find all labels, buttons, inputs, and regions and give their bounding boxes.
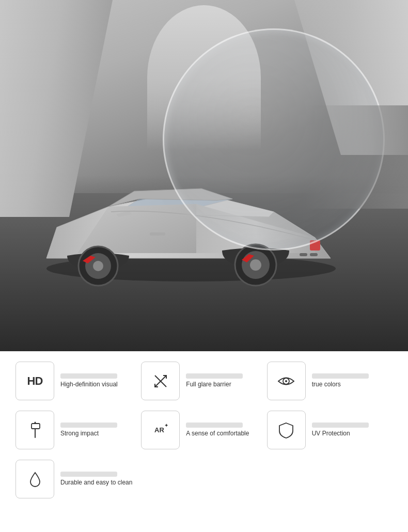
- impact-label-bar: [60, 423, 117, 428]
- uv-label-bar: [312, 423, 369, 428]
- features-row-3: Durable and easy to clean: [15, 460, 393, 498]
- svg-point-18: [34, 421, 36, 423]
- comfortable-label: A sense of comfortable: [186, 430, 249, 438]
- feature-uv-protection: UV Protection: [267, 411, 393, 449]
- motion-blur: [305, 105, 408, 209]
- hammer-icon-box: [15, 411, 54, 449]
- glare-text-block: Full glare barrier: [186, 373, 243, 389]
- svg-rect-8: [310, 240, 320, 251]
- clean-label-bar: [60, 472, 117, 477]
- clean-text-block: Durable and easy to clean: [60, 472, 132, 487]
- svg-rect-9: [300, 253, 307, 256]
- uv-label: UV Protection: [312, 430, 369, 438]
- center-arch: [147, 5, 261, 150]
- features-row-2: Strong impact AR ✦ A sense of comfortabl…: [15, 411, 393, 449]
- feature-strong-impact: Strong impact: [15, 411, 141, 449]
- hd-label: High-definition visual: [60, 381, 118, 389]
- glare-label: Full glare barrier: [186, 381, 243, 389]
- svg-point-4: [93, 261, 103, 271]
- ar-icon-box: AR ✦: [141, 411, 180, 449]
- features-row-1: HD High-definition visual Full glare bar…: [15, 362, 393, 400]
- hd-icon-box: HD: [15, 362, 54, 400]
- drop-icon: [25, 470, 45, 489]
- drop-icon-box: [15, 460, 54, 498]
- svg-point-14: [285, 380, 287, 382]
- hd-icon: HD: [27, 374, 43, 388]
- hero-image: [0, 0, 408, 351]
- true-colors-label: true colors: [312, 381, 369, 389]
- true-colors-label-bar: [312, 373, 369, 379]
- svg-text:✦: ✦: [164, 423, 168, 428]
- svg-rect-10: [310, 253, 318, 256]
- eye-icon: [276, 371, 296, 391]
- glare-icon-box: [141, 362, 180, 400]
- comfortable-label-bar: [186, 423, 243, 428]
- shield-icon: [276, 420, 296, 440]
- cross-arrows-icon: [151, 371, 170, 391]
- svg-point-7: [250, 259, 261, 271]
- ar-icon: AR ✦: [151, 420, 170, 440]
- feature-easy-clean: Durable and easy to clean: [15, 460, 145, 498]
- impact-label: Strong impact: [60, 430, 117, 438]
- feature-glare-barrier: Full glare barrier: [141, 362, 266, 400]
- hero-section: [0, 0, 408, 351]
- svg-text:AR: AR: [154, 426, 164, 434]
- feature-true-colors: true colors: [267, 362, 393, 400]
- features-section: HD High-definition visual Full glare bar…: [0, 351, 408, 519]
- impact-text-block: Strong impact: [60, 423, 117, 438]
- glare-label-bar: [186, 373, 243, 379]
- clean-label: Durable and easy to clean: [60, 479, 132, 487]
- hd-text-block: High-definition visual: [60, 373, 118, 389]
- feature-comfortable: AR ✦ A sense of comfortable: [141, 411, 266, 449]
- true-colors-text-block: true colors: [312, 373, 369, 389]
- svg-rect-15: [32, 424, 40, 429]
- eye-icon-box: [267, 362, 306, 400]
- shield-icon-box: [267, 411, 306, 449]
- feature-hd-visual: HD High-definition visual: [15, 362, 141, 400]
- comfortable-text-block: A sense of comfortable: [186, 423, 249, 438]
- svg-rect-1: [150, 232, 165, 236]
- hammer-icon: [25, 420, 45, 440]
- uv-text-block: UV Protection: [312, 423, 369, 438]
- hd-label-bar: [60, 373, 117, 379]
